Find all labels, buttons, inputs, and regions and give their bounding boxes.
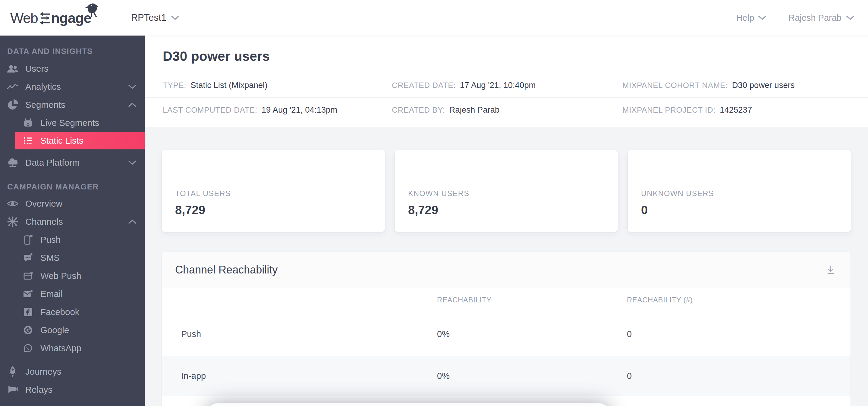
eye-icon (7, 200, 19, 207)
sidebar-item-label: Segments (25, 100, 65, 110)
stat-card-known-users: KNOWN USERS 8,729 (395, 150, 618, 232)
meta-label: MIXPANEL COHORT NAME: (622, 81, 728, 90)
stat-label: TOTAL USERS (175, 189, 385, 198)
sidebar-item-web-push[interactable]: Web Push (0, 267, 145, 285)
sidebar-item-relays[interactable]: Relays (0, 381, 145, 399)
project-name: RPTest1 (131, 12, 166, 23)
sidebar-item-users[interactable]: Users (0, 60, 145, 78)
sidebar-item-whatsapp[interactable]: WhatsApp (0, 339, 145, 357)
sidebar-item-sms[interactable]: SMS (0, 249, 145, 267)
meta-row-1: TYPE: Static List (Mixpanel) CREATED DAT… (145, 73, 868, 98)
meta-value: 17 Aug '21, 10:40pm (460, 80, 535, 90)
whatsapp-icon (24, 344, 33, 352)
logo-text-web: Web (10, 10, 38, 26)
rocket-icon (7, 366, 19, 377)
sidebar-item-google[interactable]: Google (0, 321, 145, 339)
sidebar-item-label: Relays (25, 384, 53, 395)
sidebar-item-segments[interactable]: Segments (0, 96, 145, 114)
download-button[interactable] (825, 264, 837, 276)
megaphone-icon (7, 385, 19, 394)
chevron-down-icon (758, 15, 766, 20)
sidebar-item-push[interactable]: Push (0, 231, 145, 249)
cell-channel: In-app (162, 371, 437, 381)
sidebar-item-analytics[interactable]: Analytics (0, 78, 145, 96)
google-icon (24, 326, 33, 334)
sidebar-item-label: Channels (25, 216, 63, 227)
meta-label: CREATED DATE: (392, 81, 456, 90)
sidebar-item-label: Journeys (25, 367, 61, 377)
chevron-up-icon (128, 219, 136, 224)
sidebar-item-label: Live Segments (40, 118, 99, 128)
meta-created-date: CREATED DATE: 17 Aug '21, 10:40pm (392, 80, 622, 90)
sidebar-item-label: Push (40, 235, 61, 245)
cell-count: 0 (627, 329, 850, 339)
page-title: D30 power users (145, 36, 868, 64)
sidebar: DATA AND INSIGHTS Users Analytics Segmen… (0, 36, 145, 406)
stat-value: 8,729 (408, 203, 618, 217)
sidebar-item-static-lists[interactable]: Static Lists (15, 132, 145, 149)
sidebar-item-data-platform[interactable]: Data Platform (0, 154, 145, 172)
stat-label: KNOWN USERS (408, 189, 618, 198)
meta-value: Rajesh Parab (450, 105, 500, 115)
sidebar-item-label: SMS (40, 253, 60, 263)
reachability-tools (811, 260, 837, 279)
chevron-up-icon (128, 102, 136, 107)
web-push-icon (24, 271, 33, 280)
stat-cards: TOTAL USERS 8,729 KNOWN USERS 8,729 UNKN… (162, 150, 868, 232)
meta-mixpanel-project-id: MIXPANEL PROJECT ID: 1425237 (622, 105, 868, 115)
sidebar-item-label: Overview (25, 199, 62, 209)
analytics-icon (7, 83, 19, 91)
channels-icon (7, 216, 19, 227)
logo-bird-icon (84, 2, 101, 20)
mobile-push-icon (24, 235, 33, 245)
sidebar-item-channels[interactable]: Channels (0, 213, 145, 231)
stat-value: 0 (641, 203, 851, 217)
cell-count: 0 (627, 371, 850, 381)
table-row-push: Push 0% 0 (162, 312, 850, 356)
main-content: D30 power users TYPE: Static List (Mixpa… (145, 36, 868, 406)
sidebar-item-label: Users (25, 64, 49, 74)
sidebar-item-overview[interactable]: Overview (0, 195, 145, 213)
user-name: Rajesh Parab (788, 13, 841, 23)
users-icon (7, 64, 19, 73)
help-menu[interactable]: Help (736, 13, 767, 23)
chevron-down-icon (128, 160, 136, 165)
sidebar-item-label: WhatsApp (40, 343, 82, 353)
sidebar-item-label: Static Lists (40, 136, 84, 146)
static-lists-icon (24, 136, 33, 145)
user-menu[interactable]: Rajesh Parab (788, 13, 854, 23)
sidebar-item-journeys[interactable]: Journeys (0, 363, 145, 381)
meta-label: LAST COMPUTED DATE: (163, 105, 257, 115)
sidebar-item-label: Web Push (40, 271, 82, 281)
topbar-right: Help Rajesh Parab (736, 13, 868, 23)
chevron-down-icon (128, 84, 136, 89)
sidebar-section-campaign-manager: CAMPAIGN MANAGER (0, 179, 145, 195)
cell-reachability: 0% (437, 329, 627, 339)
project-switcher[interactable]: RPTest1 (131, 12, 179, 23)
meta-value: D30 power users (732, 80, 795, 90)
channel-reachability-title: Channel Reachability (175, 264, 278, 276)
meta-label: MIXPANEL PROJECT ID: (622, 105, 715, 115)
sidebar-item-live-segments[interactable]: Live Segments (0, 114, 145, 132)
cell-reachability: 0% (437, 371, 627, 381)
chevron-down-icon (846, 15, 854, 20)
content-area: TOTAL USERS 8,729 KNOWN USERS 8,729 UNKN… (145, 127, 868, 406)
meta-row-2: LAST COMPUTED DATE: 19 Aug '21, 04:13pm … (145, 98, 868, 122)
webengage-logo[interactable]: Web ngage (10, 7, 91, 28)
email-icon (24, 290, 33, 298)
help-label: Help (736, 13, 754, 23)
live-segments-icon (24, 118, 33, 128)
data-platform-icon (7, 158, 19, 168)
column-reachability: REACHABILITY (437, 296, 627, 304)
table-row-inapp: In-app 0% 0 (162, 356, 850, 396)
channel-reachability-header: Channel Reachability (162, 252, 850, 288)
meta-type: TYPE: Static List (Mixpanel) (163, 80, 392, 90)
facebook-icon (24, 308, 33, 316)
stat-card-total-users: TOTAL USERS 8,729 (162, 150, 385, 232)
sidebar-item-email[interactable]: Email (0, 285, 145, 303)
logo-e-arrows-icon (39, 12, 50, 25)
vertical-divider (811, 260, 811, 279)
topbar: Web ngage RPTest1 Help Rajesh Parab (0, 0, 868, 36)
sidebar-item-facebook[interactable]: Facebook (0, 303, 145, 321)
column-reachability-count: REACHABILITY (#) (627, 296, 850, 304)
